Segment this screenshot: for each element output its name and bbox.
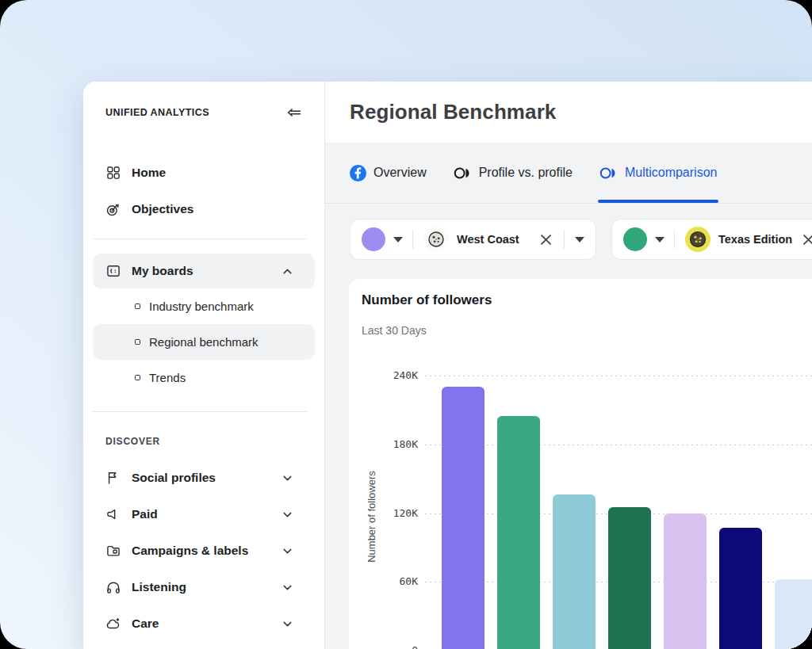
sidebar-item-label: Objectives — [132, 202, 294, 216]
sidebar-item-listening[interactable]: Listening — [93, 569, 315, 605]
bar-plot: 240K180K120K60K0 — [349, 279, 812, 649]
profile-chip-west-coast: West Coast — [350, 219, 596, 260]
chart-card: Number of followers Last 30 Days Number … — [349, 279, 812, 649]
sidebar-item-label: Care — [132, 617, 270, 631]
caret-down-icon[interactable] — [655, 237, 665, 242]
main-area: Regional Benchmark Overview Profile vs. … — [325, 82, 812, 649]
remove-profile-icon[interactable] — [539, 233, 553, 246]
sidebar-subitem-label: Industry benchmark — [149, 300, 254, 313]
bar — [553, 494, 596, 649]
flag-icon — [105, 470, 121, 486]
bar — [719, 528, 762, 649]
chevron-down-icon[interactable] — [281, 471, 294, 485]
tab-label: Multicomparison — [625, 166, 717, 180]
compare-icon — [599, 164, 618, 182]
sidebar-item-label: My boards — [132, 264, 270, 278]
tab-label: Profile vs. profile — [479, 166, 573, 180]
gridline — [425, 376, 812, 376]
y-tick-label: 0 — [365, 644, 418, 649]
bar — [775, 579, 812, 649]
sidebar-item-label: Social profiles — [132, 471, 270, 485]
profile-avatar — [685, 227, 710, 252]
chip-divider — [564, 230, 565, 249]
chip-divider — [412, 230, 413, 249]
chip-divider — [674, 230, 675, 249]
app-window: UNIFIED ANALYTICS Home Objectives My boa… — [83, 82, 812, 649]
profile-name: West Coast — [457, 233, 519, 246]
sidebar-item-label: Campaigns & labels — [132, 544, 270, 558]
content-area: West Coast Texas Edition Number — [325, 204, 812, 649]
megaphone-icon — [105, 506, 121, 522]
sidebar: UNIFIED ANALYTICS Home Objectives My boa… — [83, 82, 325, 649]
y-tick-label: 120K — [365, 507, 418, 520]
chevron-down-icon[interactable] — [281, 508, 294, 521]
sidebar-item-social-profiles[interactable]: Social profiles — [93, 460, 315, 496]
folder-icon — [105, 543, 121, 559]
bar — [497, 416, 540, 649]
tab-profile-vs-profile[interactable]: Profile vs. profile — [454, 143, 573, 203]
sidebar-item-label: Home — [132, 166, 294, 180]
home-icon — [105, 165, 121, 181]
sidebar-item-care[interactable]: Care — [93, 605, 315, 642]
profile-name: Texas Edition — [718, 233, 792, 246]
chevron-down-icon[interactable] — [281, 581, 294, 594]
sidebar-item-campaigns-labels[interactable]: Campaigns & labels — [93, 533, 315, 569]
bullet-icon — [135, 375, 140, 380]
sidebar-subitem-label: Regional benchmark — [149, 335, 259, 349]
facebook-icon — [350, 165, 366, 181]
sidebar-item-objectives[interactable]: Objectives — [93, 191, 315, 227]
brand-name: UNIFIED ANALYTICS — [105, 107, 209, 118]
sidebar-item-my-boards[interactable]: My boards — [93, 254, 315, 288]
sidebar-divider — [93, 239, 307, 239]
remove-profile-icon[interactable] — [802, 233, 812, 246]
tab-multicomparison[interactable]: Multicomparison — [599, 143, 717, 203]
color-swatch[interactable] — [362, 227, 385, 251]
chevron-up-icon[interactable] — [281, 265, 294, 278]
bar — [664, 513, 707, 649]
headphones-icon — [105, 579, 121, 595]
sidebar-item-paid[interactable]: Paid — [93, 496, 315, 533]
sidebar-item-trends[interactable]: Trends — [93, 360, 315, 395]
sidebar-item-label: Listening — [132, 580, 270, 594]
sidebar-subitem-label: Trends — [149, 371, 186, 384]
page-header: Regional Benchmark — [325, 82, 812, 143]
bullet-icon — [135, 339, 140, 345]
sidebar-divider — [93, 411, 307, 412]
profile-avatar — [423, 227, 449, 252]
page-title: Regional Benchmark — [350, 100, 556, 124]
color-swatch[interactable] — [623, 227, 647, 251]
caret-down-icon[interactable] — [575, 237, 584, 242]
discover-section-label: DISCOVER — [105, 436, 324, 447]
chevron-down-icon[interactable] — [281, 544, 294, 558]
chevron-down-icon[interactable] — [281, 617, 294, 631]
collapse-sidebar-icon[interactable] — [286, 105, 302, 120]
caret-down-icon[interactable] — [393, 237, 403, 242]
y-tick-label: 240K — [365, 369, 418, 382]
sidebar-item-label: Paid — [132, 507, 270, 521]
tab-label: Overview — [373, 166, 427, 180]
sidebar-header: UNIFIED ANALYTICS — [105, 101, 302, 124]
y-tick-label: 180K — [365, 438, 418, 451]
sidebar-item-regional-benchmark[interactable]: Regional benchmark — [93, 324, 315, 360]
sidebar-item-industry-benchmark[interactable]: Industry benchmark — [93, 288, 315, 324]
bar — [442, 387, 485, 649]
tab-overview[interactable]: Overview — [350, 143, 427, 203]
care-icon — [105, 616, 121, 632]
boards-icon — [105, 263, 121, 279]
background-canvas: UNIFIED ANALYTICS Home Objectives My boa… — [0, 0, 812, 649]
compare-icon — [454, 164, 472, 182]
objectives-icon — [105, 201, 121, 217]
bar — [608, 507, 651, 649]
bullet-icon — [135, 304, 140, 309]
tab-bar: Overview Profile vs. profile Multicompar… — [325, 143, 812, 204]
y-tick-label: 60K — [365, 575, 418, 588]
profile-chip-texas-edition: Texas Edition — [611, 219, 812, 260]
sidebar-item-home[interactable]: Home — [93, 155, 315, 191]
